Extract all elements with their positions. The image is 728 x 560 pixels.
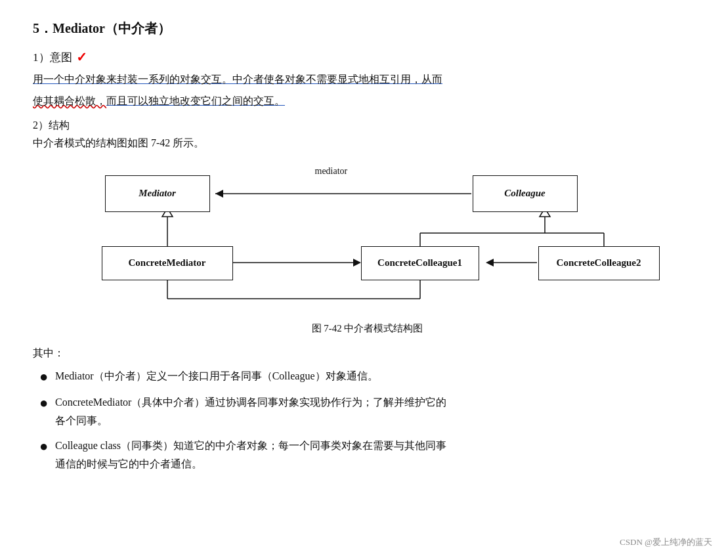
watermark: CSDN @爱上纯净的蓝天	[620, 536, 712, 548]
bullet-list: ● Mediator（中介者）定义一个接口用于各同事（Colleague）对象通…	[33, 367, 702, 474]
uml-concrete-colleague2-box: ConcreteColleague2	[538, 246, 660, 280]
bullet-text: Mediator（中介者）定义一个接口用于各同事（Colleague）对象通信。	[55, 367, 378, 385]
svg-marker-5	[353, 259, 361, 267]
bullet-dot: ●	[39, 437, 51, 457]
intent-text1: 用一个中介对象来封装一系列的对象交互。中介者使各对象不需要显式地相互引用，从而	[33, 74, 442, 85]
list-item: ● ConcreteMediator（具体中介者）通过协调各同事对象实现协作行为…	[39, 393, 702, 430]
bullet-text: ConcreteMediator（具体中介者）通过协调各同事对象实现协作行为；了…	[55, 393, 446, 430]
intent-para1: 用一个中介对象来封装一系列的对象交互。中介者使各对象不需要显式地相互引用，从而	[33, 70, 702, 89]
intent-para2: 使其耦合松散，而且可以独立地改变它们之间的交互。	[33, 92, 702, 111]
uml-mediator-box: Mediator	[105, 175, 210, 212]
section1-label: 1）意图 ✓	[33, 49, 702, 65]
svg-marker-1	[215, 190, 223, 198]
svg-marker-12	[486, 259, 494, 267]
uml-diagram-container: Mediator Colleague mediator ConcreteMedi…	[33, 161, 702, 318]
uml-edge-label: mediator	[315, 166, 348, 177]
checkmark-icon: ✓	[76, 49, 87, 65]
intent-text2b: 而且可以独立地改变它们之间的交互。	[106, 95, 285, 106]
list-item: ● Colleague class（同事类）知道它的中介者对象；每一个同事类对象…	[39, 437, 702, 473]
uml-concrete-mediator-box: ConcreteMediator	[102, 246, 233, 280]
uml-diagram: Mediator Colleague mediator ConcreteMedi…	[66, 161, 670, 318]
fig-caption: 图 7-42 中介者模式结构图	[33, 322, 702, 335]
uml-concrete-colleague1-box: ConcreteColleague1	[361, 246, 479, 280]
uml-colleague-box: Colleague	[473, 175, 578, 212]
struct-desc: 中介者模式的结构图如图 7-42 所示。	[33, 137, 702, 150]
intent-text2a: 使其耦合松散，	[33, 95, 106, 106]
list-item: ● Mediator（中介者）定义一个接口用于各同事（Colleague）对象通…	[39, 367, 702, 387]
page-title: 5．Mediator（中介者）	[33, 20, 702, 37]
bullet-dot: ●	[39, 393, 51, 414]
section2-label: 2）结构	[33, 119, 702, 133]
bullet-text: Colleague class（同事类）知道它的中介者对象；每一个同事类对象在需…	[55, 437, 446, 473]
bullet-dot: ●	[39, 367, 51, 387]
section1-text: 1）意图	[33, 50, 72, 65]
section-its: 其中：	[33, 347, 702, 360]
